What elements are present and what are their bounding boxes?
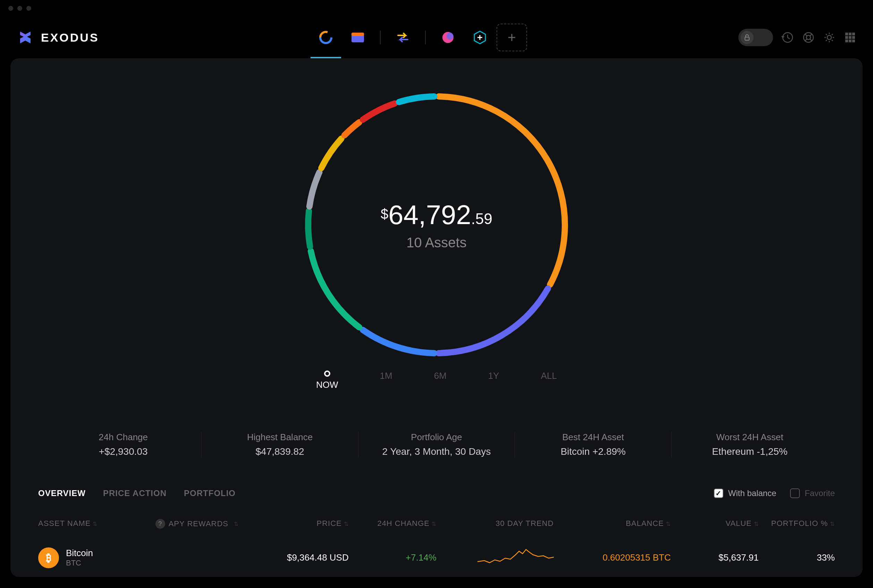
header-actions	[738, 29, 856, 46]
minimize-window-icon[interactable]	[17, 6, 22, 11]
checkbox-icon	[714, 489, 723, 498]
col-value[interactable]: VALUE⇅	[671, 519, 759, 529]
app-header: EXODUS	[0, 16, 873, 58]
svg-rect-13	[852, 33, 855, 35]
main-nav	[310, 24, 527, 51]
donut-segment[interactable]	[439, 96, 565, 285]
lock-toggle[interactable]	[738, 29, 773, 46]
donut-segment[interactable]	[363, 104, 395, 120]
time-range-now[interactable]: NOW	[316, 370, 338, 390]
stat-label: Portfolio Age	[358, 432, 514, 442]
nav-add-button[interactable]	[496, 24, 527, 51]
stat-value: Bitcoin +2.89%	[515, 446, 671, 457]
asset-price: $9,364.48 USD	[261, 552, 349, 563]
col-apy-rewards[interactable]: ?APY REWARDS⇅	[156, 519, 261, 529]
time-range-all[interactable]: ALL	[541, 370, 557, 390]
time-range-label: 1Y	[488, 370, 499, 381]
hexagon-plus-icon	[472, 30, 488, 45]
svg-rect-14	[845, 36, 848, 39]
svg-rect-15	[849, 36, 852, 39]
col-balance[interactable]: BALANCE⇅	[554, 519, 671, 529]
nav-apps[interactable]	[433, 24, 463, 51]
col-portfolio-pct[interactable]: PORTFOLIO %⇅	[759, 519, 835, 529]
svg-rect-16	[852, 36, 855, 39]
titlebar	[0, 0, 873, 16]
svg-rect-11	[845, 33, 848, 35]
history-icon[interactable]	[782, 31, 794, 44]
time-range-label: 1M	[380, 370, 392, 381]
table-tabs: OVERVIEWPRICE ACTIONPORTFOLIO	[38, 489, 236, 498]
svg-rect-17	[845, 39, 848, 42]
asset-change: +7.14%	[349, 552, 436, 563]
stat-label: Highest Balance	[202, 432, 358, 442]
asset-trend	[436, 546, 554, 569]
time-range-label: NOW	[316, 380, 338, 390]
donut-segment[interactable]	[439, 289, 548, 353]
donut-segment[interactable]	[399, 96, 434, 102]
main-content: $64,792.59 10 Assets NOW1M6M1YALL 24h Ch…	[10, 58, 862, 577]
nav-divider	[425, 30, 426, 44]
stat-item: 24h Change+$2,930.03	[45, 432, 201, 457]
tab-portfolio[interactable]: PORTFOLIO	[184, 489, 236, 498]
asset-portfolio-pct: 33%	[759, 552, 835, 563]
stat-item: Best 24H AssetBitcoin +2.89%	[514, 432, 671, 457]
time-range-1y[interactable]: 1Y	[488, 370, 499, 390]
col-price[interactable]: PRICE⇅	[261, 519, 349, 529]
currency-symbol: $	[381, 206, 388, 221]
donut-segment[interactable]	[321, 138, 341, 168]
stat-item: Portfolio Age2 Year, 3 Month, 30 Days	[358, 432, 514, 457]
table-row[interactable]: ₿ Bitcoin BTC $9,364.48 USD +7.14% 0.602…	[38, 536, 835, 580]
svg-point-10	[827, 35, 831, 39]
col-24h-change[interactable]: 24H CHANGE⇅	[349, 519, 436, 529]
table-header: ASSET NAME⇅ ?APY REWARDS⇅ PRICE⇅ 24H CHA…	[38, 512, 835, 536]
logo: EXODUS	[16, 29, 99, 46]
nav-exchange[interactable]	[388, 24, 418, 51]
apps-icon	[441, 30, 455, 44]
nav-integrations[interactable]	[465, 24, 495, 51]
donut-segment[interactable]	[345, 123, 360, 136]
stat-value: 2 Year, 3 Month, 30 Days	[358, 446, 514, 457]
lock-icon	[744, 34, 750, 41]
time-range-1m[interactable]: 1M	[380, 370, 392, 390]
nav-portfolio[interactable]	[310, 24, 341, 51]
asset-balance: 0.60205315 BTC	[554, 552, 671, 563]
nav-wallet[interactable]	[342, 24, 373, 51]
assets-count: 10 Assets	[381, 235, 492, 250]
svg-rect-19	[852, 39, 855, 42]
grid-icon[interactable]	[844, 31, 856, 44]
svg-rect-3	[351, 33, 364, 36]
col-asset-name[interactable]: ASSET NAME⇅	[38, 519, 156, 529]
asset-value: $5,637.91	[671, 552, 759, 563]
assets-table-section: OVERVIEWPRICE ACTIONPORTFOLIO With balan…	[10, 475, 862, 580]
logo-text: EXODUS	[41, 31, 99, 44]
stat-label: Worst 24H Asset	[672, 432, 828, 442]
sparkline-icon	[477, 546, 554, 567]
filter-with-balance[interactable]: With balance	[714, 489, 777, 498]
svg-point-5	[447, 33, 453, 39]
asset-icon: ₿	[38, 548, 59, 568]
maximize-window-icon[interactable]	[26, 6, 31, 11]
donut-segment[interactable]	[311, 251, 360, 327]
svg-rect-12	[849, 33, 852, 35]
tab-overview[interactable]: OVERVIEW	[38, 489, 86, 498]
svg-rect-18	[849, 39, 852, 42]
help-icon[interactable]: ?	[156, 519, 165, 529]
time-range-6m[interactable]: 6M	[434, 370, 447, 390]
donut-segment[interactable]	[363, 330, 434, 353]
gear-icon[interactable]	[823, 31, 836, 44]
filter-favorite[interactable]: Favorite	[790, 489, 835, 498]
checkbox-icon	[790, 489, 800, 498]
balance-cents: .59	[471, 210, 492, 227]
plus-icon	[507, 33, 517, 42]
active-dot-icon	[324, 370, 330, 377]
close-window-icon[interactable]	[8, 6, 13, 11]
nav-divider	[380, 30, 381, 44]
stat-label: 24h Change	[45, 432, 201, 442]
table-filters: With balance Favorite	[714, 489, 835, 498]
tab-price-action[interactable]: PRICE ACTION	[103, 489, 166, 498]
stat-value: $47,839.82	[202, 446, 358, 457]
col-30d-trend: 30 DAY TREND	[436, 519, 554, 529]
donut-segment[interactable]	[309, 172, 320, 206]
donut-segment[interactable]	[308, 211, 310, 247]
support-icon[interactable]	[802, 31, 815, 44]
